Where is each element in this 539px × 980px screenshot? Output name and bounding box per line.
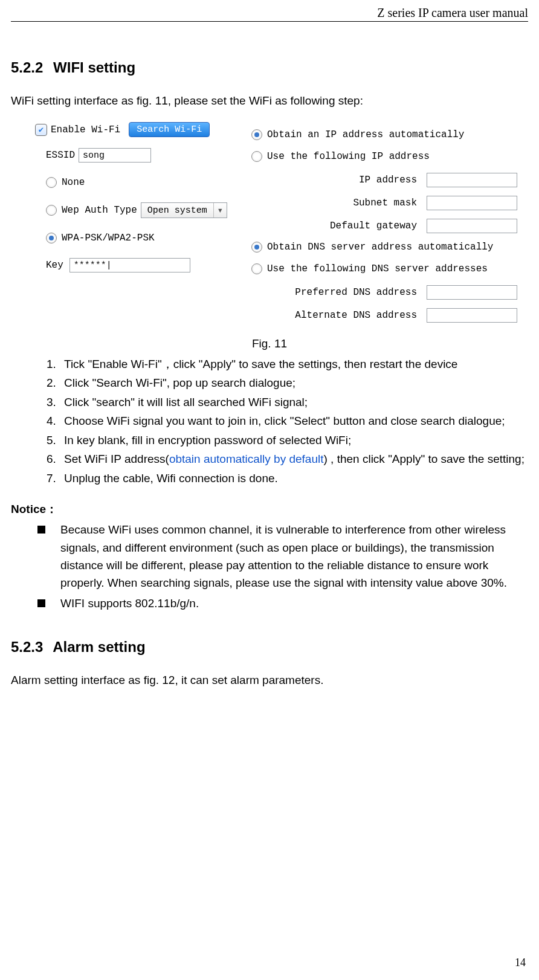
notice-list: Because WiFi uses common channel, it is …	[11, 521, 528, 612]
page: Z series IP camera user manual 5.2.2 WIF…	[0, 0, 539, 980]
ip-address-row: IP address	[285, 173, 517, 187]
chevron-down-icon: ▾	[213, 203, 227, 218]
figure-caption: Fig. 11	[11, 337, 528, 350]
notice-item-1: Because WiFi uses common channel, it is …	[37, 521, 528, 592]
ip-fields-block: IP address Subnet mask Default gateway	[285, 173, 517, 233]
running-header: Z series IP camera user manual	[11, 6, 528, 22]
dns-pref-input[interactable]	[427, 285, 517, 300]
wep-type-select[interactable]: Open system ▾	[141, 202, 227, 218]
dns-manual-radio[interactable]	[251, 263, 262, 274]
dns-fields-block: Preferred DNS address Alternate DNS addr…	[233, 285, 517, 323]
wep-type-value: Open system	[141, 205, 213, 216]
dns-auto-radio[interactable]	[251, 242, 262, 253]
dns-manual-label: Use the following DNS server addresses	[267, 263, 488, 274]
dns-pref-row: Preferred DNS address	[233, 285, 517, 300]
step-3: Click "search" it will list all searched…	[59, 393, 528, 411]
ip-auto-row: Obtain an IP address automatically	[251, 129, 517, 140]
wifi-right-column: Obtain an IP address automatically Use t…	[251, 122, 517, 331]
notice-heading: Notice：	[11, 501, 528, 517]
auth-wpa-radio[interactable]	[46, 233, 57, 243]
enable-wifi-checkbox[interactable]: ✔	[35, 124, 47, 136]
auth-wep-row: Wep Auth Type Open system ▾	[46, 202, 234, 218]
notice-item-2: WIFI supports 802.11b/g/n.	[37, 595, 528, 612]
ip-manual-row: Use the following IP address	[251, 151, 517, 162]
step-5: In key blank, fill in encryption passwor…	[59, 431, 528, 449]
page-number: 14	[515, 956, 526, 969]
step-4: Choose WiFi signal you want to join in, …	[59, 412, 528, 430]
ip-manual-radio[interactable]	[251, 151, 262, 162]
search-wifi-button[interactable]: Search Wi-Fi	[129, 122, 210, 137]
subnet-label: Subnet mask	[308, 198, 417, 208]
auth-wep-label: Wep Auth Type	[62, 205, 137, 216]
step-2: Click "Search Wi-Fi", pop up search dial…	[59, 374, 528, 392]
ip-manual-label: Use the following IP address	[267, 151, 430, 162]
dns-alt-row: Alternate DNS address	[233, 308, 517, 323]
dns-alt-label: Alternate DNS address	[275, 310, 417, 321]
step-1: Tick "Enable Wi-Fi"，click "Apply" to sav…	[59, 355, 528, 373]
section-heading-wifi: 5.2.2 WIFI setting	[11, 59, 528, 76]
wifi-settings-panel: ✔ Enable Wi-Fi Search Wi-Fi ESSID None W…	[35, 122, 518, 331]
dns-manual-row: Use the following DNS server addresses	[251, 263, 517, 274]
key-row: Key	[46, 258, 234, 272]
auth-none-row: None	[46, 177, 234, 188]
ip-address-input[interactable]	[427, 173, 517, 187]
dns-alt-input[interactable]	[427, 308, 517, 323]
auth-none-label: None	[62, 177, 85, 188]
auth-none-radio[interactable]	[46, 177, 57, 188]
auth-wpa-row: WPA-PSK/WPA2-PSK	[46, 233, 234, 243]
header-title: Z series IP camera user manual	[377, 6, 528, 19]
essid-label: ESSID	[46, 150, 75, 161]
subnet-input[interactable]	[427, 196, 517, 210]
section-number-2: 5.2.3	[11, 639, 43, 655]
gateway-input[interactable]	[427, 219, 517, 233]
enable-wifi-row: ✔ Enable Wi-Fi Search Wi-Fi	[35, 122, 234, 137]
gateway-label: Default gateway	[308, 221, 417, 231]
section-heading-alarm: 5.2.3 Alarm setting	[11, 639, 528, 656]
dns-pref-label: Preferred DNS address	[275, 287, 417, 298]
wifi-left-column: ✔ Enable Wi-Fi Search Wi-Fi ESSID None W…	[35, 122, 234, 331]
section-title-2: Alarm setting	[53, 639, 145, 655]
auth-wpa-label: WPA-PSK/WPA2-PSK	[62, 233, 155, 243]
ip-auto-radio[interactable]	[251, 129, 262, 140]
gateway-row: Default gateway	[285, 219, 517, 233]
section-number: 5.2.2	[11, 59, 43, 76]
section2-intro: Alarm setting interface as fig. 12, it c…	[11, 674, 528, 687]
step-7: Unplug the cable, Wifi connection is don…	[59, 469, 528, 487]
essid-row: ESSID	[46, 148, 234, 163]
essid-input[interactable]	[79, 148, 151, 163]
ip-auto-label: Obtain an IP address automatically	[267, 129, 464, 140]
key-input[interactable]	[69, 258, 190, 272]
enable-wifi-label: Enable Wi-Fi	[51, 124, 120, 135]
section-title: WIFI setting	[53, 59, 135, 76]
key-label: Key	[46, 260, 63, 271]
step-6-link: obtain automatically by default	[169, 453, 324, 465]
section-intro: WiFi setting interface as fig. 11, pleas…	[11, 94, 528, 108]
subnet-row: Subnet mask	[285, 196, 517, 210]
dns-auto-label: Obtain DNS server address automatically	[267, 242, 493, 253]
ip-address-label: IP address	[308, 175, 417, 185]
auth-wep-radio[interactable]	[46, 205, 57, 216]
dns-auto-row: Obtain DNS server address automatically	[251, 242, 517, 253]
steps-list: Tick "Enable Wi-Fi"，click "Apply" to sav…	[11, 355, 528, 487]
step-6: Set WiFi IP address(obtain automatically…	[59, 450, 528, 468]
